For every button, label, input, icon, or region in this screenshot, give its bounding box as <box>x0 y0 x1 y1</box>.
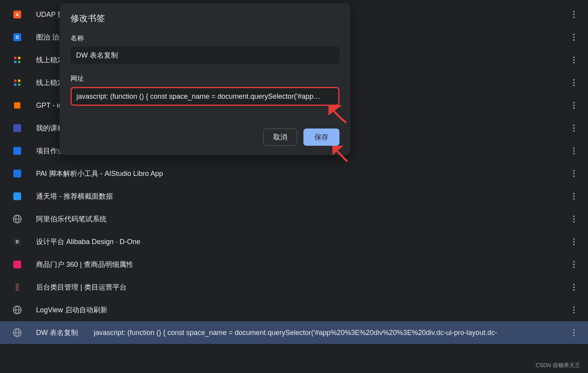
more-options-icon[interactable] <box>568 122 580 134</box>
bookmark-item[interactable]: D设计平台 Alibaba Design · D-One <box>0 230 588 253</box>
more-options-icon[interactable] <box>568 326 580 339</box>
more-options-icon[interactable] <box>568 167 580 180</box>
bookmark-item[interactable]: D图治 治 <box>0 26 588 49</box>
bookmark-title: 线上稳定 <box>36 55 64 65</box>
bookmark-item[interactable]: GPT - id <box>0 94 588 117</box>
more-options-icon[interactable] <box>568 8 580 21</box>
more-options-icon[interactable] <box>568 235 580 248</box>
bookmark-item[interactable]: 通天塔 - 推荐横截面数据 <box>0 185 588 208</box>
bookmark-title: 线上稳定 <box>36 78 64 87</box>
bookmark-title: 我的课程 <box>36 123 64 133</box>
bookmark-favicon <box>12 77 23 88</box>
more-options-icon[interactable] <box>568 76 580 89</box>
bookmark-title: 项目作业 <box>36 146 64 156</box>
bookmark-favicon <box>12 282 23 293</box>
bookmark-item[interactable]: AUDAP 数 <box>0 3 588 26</box>
bookmark-favicon <box>12 100 23 111</box>
bookmark-title: 后台类目管理 | 类目运营平台 <box>36 282 127 292</box>
more-options-icon[interactable] <box>568 190 580 203</box>
bookmark-item[interactable]: 线上稳定 <box>0 71 588 94</box>
bookmark-item[interactable]: DW 表名复制javascript: (function () { const … <box>0 321 588 344</box>
more-options-icon[interactable] <box>568 213 580 225</box>
more-options-icon[interactable] <box>568 99 580 112</box>
bookmark-item[interactable]: 我的课程 <box>0 117 588 139</box>
more-options-icon[interactable] <box>568 31 580 43</box>
bookmark-item[interactable]: LogView 启动自动刷新 <box>0 299 588 321</box>
bookmark-item[interactable]: 线上稳定 <box>0 49 588 71</box>
more-options-icon[interactable] <box>568 258 580 271</box>
bookmark-favicon <box>12 191 23 202</box>
bookmark-item[interactable]: 后台类目管理 | 类目运营平台 <box>0 276 588 299</box>
bookmark-favicon <box>12 168 23 179</box>
more-options-icon[interactable] <box>568 145 580 157</box>
bookmark-list: AUDAP 数D图治 治线上稳定线上稳定GPT - id我的课程项目作业PAI … <box>0 0 588 344</box>
bookmark-item[interactable]: 项目作业 <box>0 139 588 162</box>
bookmark-title: PAI 脚本解析小工具 - AIStudio Libro App <box>36 169 163 178</box>
more-options-icon[interactable] <box>568 304 580 316</box>
bookmark-title: GPT - id <box>36 101 62 110</box>
more-options-icon[interactable] <box>568 281 580 293</box>
bookmark-title: UDAP 数 <box>36 10 65 19</box>
bookmark-title: 设计平台 Alibaba Design · D-One <box>36 237 140 246</box>
bookmark-favicon <box>12 145 23 156</box>
bookmark-favicon: D <box>12 32 23 43</box>
bookmark-favicon <box>12 214 23 225</box>
bookmark-favicon <box>12 327 23 338</box>
bookmark-title: DW 表名复制 <box>36 328 78 337</box>
bookmark-title: LogView 启动自动刷新 <box>36 305 107 315</box>
bookmark-title: 阿里伯乐代码笔试系统 <box>36 214 107 224</box>
bookmark-favicon: A <box>12 9 23 20</box>
bookmark-url: javascript: (function () { const space_n… <box>94 329 568 337</box>
watermark: CSDN @糖果天王 <box>535 362 580 369</box>
bookmark-favicon <box>12 54 23 65</box>
more-options-icon[interactable] <box>568 54 580 66</box>
bookmark-title: 通天塔 - 推荐横截面数据 <box>36 192 113 201</box>
bookmark-favicon <box>12 259 23 270</box>
bookmark-favicon: D <box>12 236 23 247</box>
bookmark-favicon <box>12 123 23 134</box>
bookmark-favicon <box>12 304 23 315</box>
bookmark-item[interactable]: PAI 脚本解析小工具 - AIStudio Libro App <box>0 162 588 185</box>
bookmark-item[interactable]: 阿里伯乐代码笔试系统 <box>0 208 588 230</box>
bookmark-title: 图治 治 <box>36 33 59 42</box>
bookmark-item[interactable]: 商品门户 360 | 查商品明细属性 <box>0 253 588 276</box>
bookmark-title: 商品门户 360 | 查商品明细属性 <box>36 260 133 269</box>
